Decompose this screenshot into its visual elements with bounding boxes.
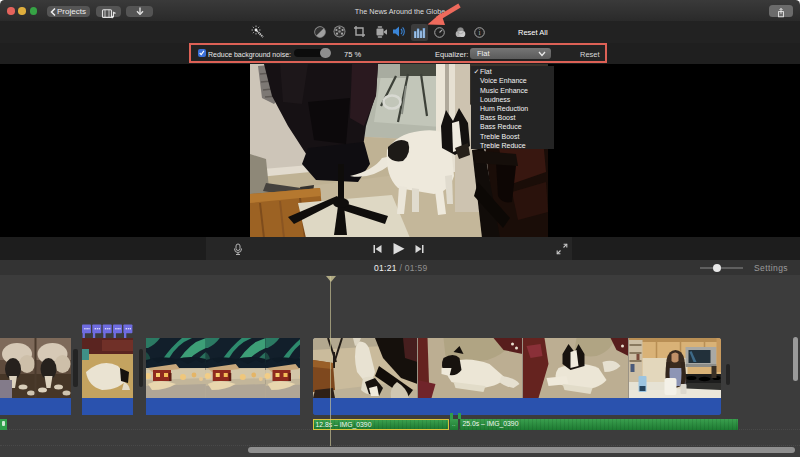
svg-text:i: i: [478, 28, 480, 37]
